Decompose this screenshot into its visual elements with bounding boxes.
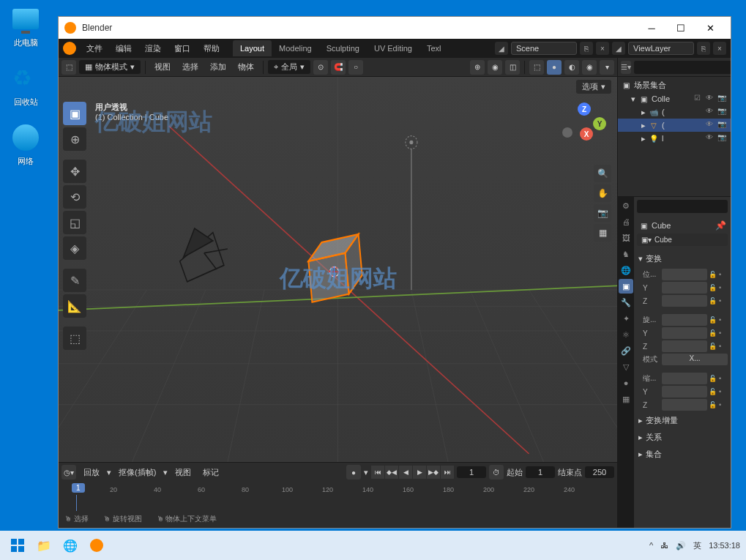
eye-icon[interactable]: 👁 <box>706 94 716 104</box>
location-z-input[interactable] <box>662 295 707 307</box>
location-y-input[interactable] <box>662 282 707 294</box>
tree-scene-collection[interactable]: ▣ 场景集合 <box>618 78 731 92</box>
scene-input[interactable] <box>511 42 577 55</box>
scene-new-icon[interactable]: ⎘ <box>580 42 593 55</box>
tray-time[interactable]: 13:53:18 <box>709 541 740 550</box>
jump-start-icon[interactable]: ⏮ <box>371 466 384 479</box>
rotation-x-input[interactable] <box>662 314 707 326</box>
tray-volume-icon[interactable]: 🔊 <box>676 541 686 550</box>
lock-icon[interactable]: 🔓 <box>709 284 717 291</box>
shading-matprev-icon[interactable]: ◐ <box>564 60 579 75</box>
play-reverse-icon[interactable]: ◀ <box>399 466 412 479</box>
playhead[interactable] <box>76 495 77 511</box>
tab-scene-icon[interactable]: ♞ <box>619 247 633 261</box>
tab-data-icon[interactable]: ▽ <box>619 359 633 374</box>
lock-icon[interactable]: 🔓 <box>709 401 717 408</box>
outliner-search[interactable] <box>634 61 731 74</box>
start-frame-input[interactable] <box>526 466 555 478</box>
scale-x-input[interactable] <box>662 373 707 384</box>
eye-icon[interactable]: 👁 <box>706 120 716 130</box>
disclosure-icon[interactable]: ▸ <box>641 134 646 143</box>
disclosure-icon[interactable]: ▸ <box>641 121 646 130</box>
lock-icon[interactable]: 🔓 <box>709 388 717 395</box>
timeline-view[interactable]: 视图 <box>171 466 195 479</box>
current-frame-input[interactable] <box>457 466 486 478</box>
maximize-button[interactable]: ☐ <box>666 18 695 38</box>
camera-icon[interactable]: 📷 <box>717 120 728 130</box>
tab-sculpting[interactable]: Sculpting <box>319 40 367 56</box>
axis-z[interactable]: Z <box>578 102 591 116</box>
tool-transform[interactable]: ◈ <box>63 236 86 260</box>
tree-cube[interactable]: ▸ ▽ ( 👁 📷 <box>618 119 731 132</box>
tree-collection[interactable]: ▾ ▣ Colle ☑ 👁 📷 <box>618 92 731 105</box>
blender-menu-icon[interactable] <box>63 42 76 55</box>
rotation-z-input[interactable] <box>662 340 707 352</box>
keyframe-prev-icon[interactable]: ◆◀ <box>385 466 398 479</box>
lock-icon[interactable]: 🔓 <box>709 271 717 278</box>
tray-chevron-icon[interactable]: ^ <box>649 541 653 550</box>
pan-icon[interactable]: ✋ <box>594 184 611 202</box>
tab-layout[interactable]: Layout <box>233 40 272 56</box>
tab-material-icon[interactable]: ● <box>619 376 633 390</box>
taskbar-edge-icon[interactable]: 🌐 <box>59 534 82 557</box>
desktop-icon-recycle[interactable]: 回收站 <box>4 63 48 108</box>
camera-icon[interactable]: 📷 <box>717 107 728 117</box>
tool-annotate[interactable]: ✎ <box>63 269 86 292</box>
xray-icon[interactable]: ◫ <box>505 60 520 75</box>
editor-type-icon[interactable]: ⬚ <box>61 60 76 75</box>
tab-world-icon[interactable]: 🌐 <box>619 263 633 277</box>
overlay-icon[interactable]: ◉ <box>488 60 502 75</box>
tool-measure[interactable]: 📐 <box>63 294 86 318</box>
tab-uv[interactable]: UV Editing <box>367 40 419 56</box>
outliner-display-icon[interactable]: ☰▾ <box>621 61 631 74</box>
tab-viewlayer-icon[interactable]: 🖼 <box>619 231 633 245</box>
viewlayer-browse-icon[interactable]: ◢ <box>612 42 625 55</box>
menu-object[interactable]: 物体 <box>234 60 258 74</box>
shading-rendered-icon[interactable]: ◉ <box>582 60 597 75</box>
section-collections[interactable]: ▸ 集合 <box>637 446 728 463</box>
taskbar-explorer-icon[interactable]: 📁 <box>32 534 56 557</box>
viewlayer-delete-icon[interactable]: × <box>713 42 726 55</box>
tab-texture-icon[interactable]: ▦ <box>619 392 633 406</box>
menu-edit[interactable]: 编辑 <box>110 41 138 56</box>
tab-render-icon[interactable]: ⚙ <box>619 198 633 213</box>
menu-add[interactable]: 添加 <box>206 60 231 74</box>
tab-modifiers-icon[interactable]: 🔧 <box>619 295 633 310</box>
section-transform[interactable]: ▾ 变换 <box>637 250 728 267</box>
tool-cursor[interactable]: ⊕ <box>63 127 86 151</box>
start-button[interactable] <box>6 534 29 557</box>
scene-browse-icon[interactable]: ◢ <box>495 42 508 55</box>
tray-network-icon[interactable]: 🖧 <box>660 541 668 550</box>
lock-icon[interactable]: 🔓 <box>709 329 717 337</box>
rotation-y-input[interactable] <box>662 327 707 339</box>
frame-marker[interactable]: 1 <box>72 483 85 493</box>
tab-output-icon[interactable]: 🖨 <box>619 214 633 229</box>
autokey-icon[interactable]: ● <box>346 465 361 479</box>
tool-add-cube[interactable]: ⬚ <box>63 326 86 350</box>
breadcrumb[interactable]: ▣▾ Cube <box>637 234 728 246</box>
menu-select[interactable]: 选择 <box>178 60 203 74</box>
lock-icon[interactable]: 🔓 <box>709 343 717 350</box>
tab-particles-icon[interactable]: ✦ <box>619 311 633 326</box>
properties-search[interactable] <box>637 200 728 213</box>
timeline-editor-icon[interactable]: ◷▾ <box>61 465 76 479</box>
lock-icon[interactable]: 🔓 <box>709 375 717 382</box>
rotation-mode-dropdown[interactable]: X... <box>662 354 728 365</box>
lock-icon[interactable]: 🔓 <box>709 316 717 324</box>
tray-lang[interactable]: 英 <box>693 540 701 551</box>
snap-icon[interactable]: 🧲 <box>331 60 346 75</box>
options-dropdown[interactable]: 选项 ▾ <box>576 80 611 94</box>
section-relations[interactable]: ▸ 关系 <box>637 429 728 446</box>
disclosure-icon[interactable]: ▸ <box>641 108 646 117</box>
close-button[interactable]: ✕ <box>695 18 725 38</box>
location-x-input[interactable] <box>662 269 707 280</box>
checkbox-icon[interactable]: ☑ <box>694 94 704 104</box>
scale-y-input[interactable] <box>662 386 707 397</box>
menu-help[interactable]: 帮助 <box>198 41 225 56</box>
shading-wireframe-icon[interactable]: ⬚ <box>529 60 544 75</box>
gizmo-icon[interactable]: ⊕ <box>470 60 485 75</box>
menu-view[interactable]: 视图 <box>150 60 175 74</box>
zoom-icon[interactable]: 🔍 <box>594 165 611 182</box>
titlebar[interactable]: Blender ─ ☐ ✕ <box>59 17 731 39</box>
tool-rotate[interactable]: ⟲ <box>63 185 86 209</box>
